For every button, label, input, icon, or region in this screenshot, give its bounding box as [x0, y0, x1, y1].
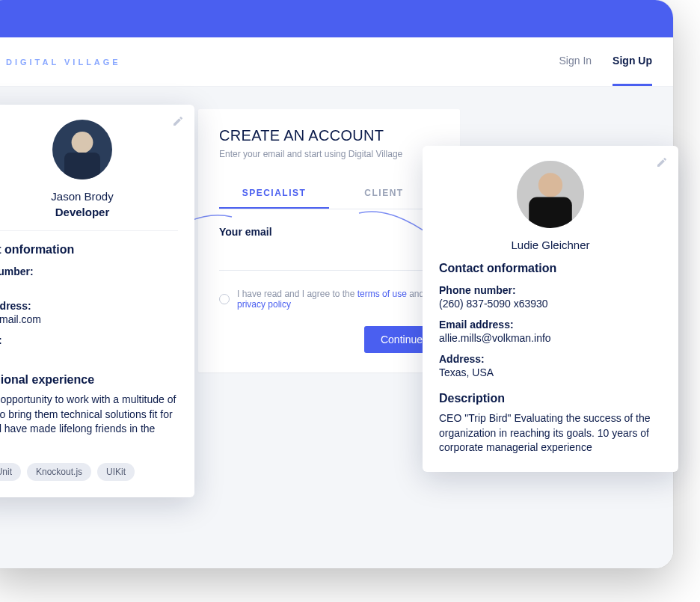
- email-address-value: allie.mills@volkman.info: [439, 332, 662, 344]
- person-role: Developer: [0, 206, 178, 218]
- skill-tags: s jUnit Knockout.js UIKit: [0, 463, 178, 481]
- contact-heading: Contact onformation: [0, 243, 178, 257]
- description-text: CEO "Trip Bird" Evaluating the success o…: [439, 411, 662, 455]
- person-name: Ludie Gleichner: [439, 239, 662, 251]
- contact-heading: Contact onformation: [439, 262, 662, 275]
- agree-row: I have read and I agree to the terms of …: [219, 289, 439, 310]
- edit-icon[interactable]: [172, 115, 184, 130]
- edit-icon[interactable]: [656, 156, 668, 171]
- navbar: DIGITAL VILLAGE Sign In Sign Up: [0, 37, 673, 87]
- address-label: Address:: [0, 334, 178, 346]
- privacy-link[interactable]: privacy policy: [237, 299, 291, 310]
- email-label: Your email: [219, 226, 439, 238]
- agree-text: I have read and I agree to the terms of …: [237, 289, 439, 310]
- skill-tag[interactable]: UIKit: [97, 463, 135, 481]
- account-type-tabs: SPECIALIST CLIENT: [219, 179, 439, 209]
- tab-specialist[interactable]: SPECIALIST: [219, 179, 329, 209]
- specialist-profile-card: Jason Brody Developer Contact onformatio…: [0, 105, 194, 497]
- email-address-label: Email address:: [0, 300, 178, 312]
- email-field[interactable]: [219, 244, 439, 271]
- skill-tag[interactable]: jUnit: [0, 463, 21, 481]
- description-heading: Description: [439, 392, 662, 405]
- form-title: CREATE AN ACCOUNT: [219, 127, 439, 144]
- auth-links: Sign In Sign Up: [559, 37, 652, 86]
- avatar: [517, 161, 584, 228]
- email-address-label: Email address:: [439, 319, 662, 331]
- phone-label: Phone number:: [0, 265, 178, 277]
- address-value: Texas, USA: [439, 366, 662, 378]
- email-address-value: brody@gmail.com: [0, 313, 178, 325]
- top-brand-bar: [0, 0, 673, 37]
- phone-value: (260) 837-5090 x63930: [439, 298, 662, 310]
- terms-link[interactable]: terms of use: [357, 289, 407, 299]
- experience-text: I had the opportunity to work with a mul…: [0, 393, 178, 451]
- signin-link[interactable]: Sign In: [559, 37, 592, 86]
- address-label: Address:: [439, 353, 662, 365]
- signup-form-card: CREATE AN ACCOUNT Enter your email and s…: [198, 109, 460, 372]
- svg-point-1: [72, 132, 93, 153]
- phone-value: 03012: [0, 279, 178, 291]
- skill-tag[interactable]: Knockout.js: [27, 463, 91, 481]
- client-profile-card: Ludie Gleichner Contact onformation Phon…: [423, 146, 678, 472]
- agree-radio[interactable]: [219, 294, 230, 304]
- experience-heading: Professional experience: [0, 373, 178, 387]
- divider: [0, 230, 178, 231]
- svg-point-4: [538, 173, 562, 197]
- avatar: [52, 120, 112, 179]
- signup-link[interactable]: Sign Up: [612, 37, 652, 86]
- brand-logo-text: DIGITAL VILLAGE: [6, 58, 121, 67]
- person-name: Jason Brody: [0, 190, 178, 203]
- agree-prefix: I have read and I agree to the: [237, 289, 357, 299]
- address-value: Italy: [0, 348, 178, 360]
- phone-label: Phone number:: [439, 284, 662, 296]
- form-subtitle: Enter your email and start using Digital…: [219, 149, 439, 159]
- svg-rect-2: [64, 153, 100, 179]
- svg-rect-5: [529, 197, 572, 228]
- agree-and: and: [407, 289, 424, 299]
